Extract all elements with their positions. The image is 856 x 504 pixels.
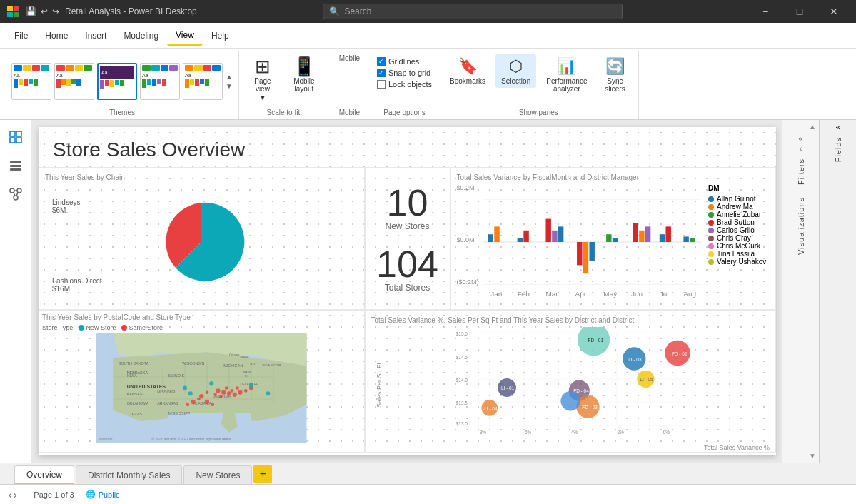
themes-up-arrow[interactable]: ▲ (226, 73, 233, 81)
svg-rect-27 (577, 242, 582, 265)
snap-to-grid-checkbox[interactable]: ✓ Snap to grid (377, 69, 432, 77)
bar-chart-title: Total Sales Variance by FiscalMonth and … (457, 173, 770, 181)
public-badge: 🌐 Public (86, 490, 120, 499)
filters-label[interactable]: Filters (797, 158, 805, 185)
map-visual[interactable]: SOUTH DAKOTA WISCONSIN MICHIGAN IOWA ILL… (42, 333, 361, 443)
map-legend: Store Type New Store Same Store (42, 324, 361, 331)
mobile-label: Mobile (339, 54, 360, 62)
mobile-layout-button[interactable]: 📱 Mobilelayout (286, 54, 322, 96)
svg-text:LI - 01: LI - 01 (500, 385, 514, 390)
pie-chart-title: This Year Sales by Chain (45, 173, 358, 181)
nav-prev-button[interactable]: ‹ (9, 489, 12, 500)
svg-point-13 (14, 196, 18, 200)
svg-text:$13.0: $13.0 (455, 421, 468, 426)
svg-text:MASS.: MASS. (243, 370, 251, 373)
collapse-left[interactable]: ‹ (800, 144, 802, 153)
report-title: Store Sales Overview (39, 127, 776, 167)
right-panel: ▲ « ‹ Filters Visualizations ▼ (782, 120, 819, 463)
theme-3-selected[interactable]: Aa (97, 63, 137, 100)
theme-2[interactable]: Aa (54, 63, 94, 100)
gridlines-checkbox[interactable]: ✓ Gridlines (377, 57, 432, 66)
sidebar-data-icon[interactable] (4, 154, 27, 177)
close-button[interactable]: ✕ (817, 0, 850, 23)
minimize-button[interactable]: − (749, 0, 782, 23)
selection-button[interactable]: ⬡ Selection (495, 54, 536, 88)
svg-rect-10 (10, 168, 21, 171)
redo-icon[interactable]: ↪ (52, 6, 59, 16)
collapse-double-left[interactable]: « (798, 134, 802, 143)
themes-down-arrow[interactable]: ▼ (226, 82, 233, 90)
theme-1[interactable]: Aa (11, 63, 51, 100)
pie-chart-svg (155, 199, 248, 285)
page-view-dropdown[interactable]: ▼ (259, 94, 266, 101)
undo-icon[interactable]: ↩ (41, 6, 48, 16)
svg-text:FD - 03: FD - 03 (582, 405, 598, 410)
bookmarks-button[interactable]: 🔖 Bookmarks (444, 54, 491, 88)
pie-chart-panel: This Year Sales by Chain Lindseys$6M Fas… (39, 167, 365, 310)
scroll-up-arrow[interactable]: ▲ (809, 123, 816, 131)
report-page: Store Sales Overview This Year Sales by … (39, 127, 776, 455)
page-number: Page 1 of 3 (34, 490, 74, 499)
menu-view[interactable]: View (167, 26, 203, 46)
svg-rect-36 (665, 226, 670, 242)
fields-collapse-btn[interactable]: « (835, 123, 840, 131)
sidebar-report-icon[interactable] (4, 126, 27, 148)
divider-1 (790, 191, 812, 191)
sync-slicers-button[interactable]: 🔄 Syncslicers (597, 54, 633, 96)
scatter-svg: $15.0 $14.5 $14.0 $13.5 $13.0 -8% -6% -4… (383, 327, 770, 443)
page-options-label: Page options (377, 109, 432, 119)
search-bar[interactable]: 🔍 Search (323, 4, 623, 19)
svg-point-76 (233, 393, 237, 397)
mobile-layout-label: Mobilelayout (293, 77, 314, 93)
new-stores-label: New Stores (385, 221, 429, 231)
menu-help[interactable]: Help (203, 26, 238, 45)
svg-text:ILLINOIS: ILLINOIS (168, 373, 185, 378)
bar-chart-legend: DM Allan Guinot Andrew Ma Annelie Zubar … (705, 184, 770, 300)
scroll-down-arrow[interactable]: ▼ (809, 452, 816, 460)
nav-next-button[interactable]: › (14, 489, 17, 500)
menu-home[interactable]: Home (36, 26, 76, 45)
maximize-button[interactable]: □ (783, 0, 816, 23)
bookmarks-icon: 🔖 (458, 57, 478, 76)
public-icon: 🌐 (86, 490, 96, 499)
performance-label: Performanceanalyzer (546, 77, 587, 93)
menu-file[interactable]: File (6, 26, 36, 45)
sidebar-model-icon[interactable] (4, 183, 27, 206)
svg-text:FD - 01: FD - 01 (588, 338, 603, 343)
save-icon[interactable]: 💾 (26, 6, 36, 16)
tab-district-monthly[interactable]: District Monthly Sales (76, 465, 182, 484)
themes-group: Aa Aa (11, 51, 233, 109)
legend-item-1: Andrew Ma (708, 203, 770, 211)
svg-text:UNITED STATES: UNITED STATES (127, 384, 166, 389)
pie-label-lindseys: Lindseys$6M (52, 198, 80, 214)
tab-add-button[interactable]: + (253, 465, 272, 483)
performance-icon: 📊 (557, 57, 576, 76)
theme-4[interactable]: Aa (140, 63, 180, 100)
tab-overview[interactable]: Overview (14, 465, 74, 484)
svg-rect-33 (639, 231, 644, 242)
app-icon (6, 4, 20, 19)
svg-text:-2%: -2% (615, 430, 624, 435)
menu-modeling[interactable]: Modeling (115, 26, 167, 45)
svg-rect-20 (488, 234, 493, 242)
svg-text:-8%: -8% (478, 430, 486, 435)
menu-insert[interactable]: Insert (76, 26, 115, 45)
theme-5[interactable]: Aa (183, 63, 223, 100)
svg-rect-25 (552, 231, 557, 242)
store-type-label: Store Type (42, 324, 73, 331)
selection-label: Selection (501, 77, 530, 85)
performance-analyzer-button[interactable]: 📊 Performanceanalyzer (540, 54, 593, 96)
lock-objects-checkbox[interactable]: Lock objects (377, 80, 432, 89)
pie-label-fashions: Fashions Direct$16M (52, 277, 101, 293)
visualizations-label[interactable]: Visualizations (797, 197, 805, 255)
tab-new-stores[interactable]: New Stores (183, 465, 252, 484)
svg-point-90 (249, 383, 253, 388)
title-bar-left: 💾 ↩ ↪ Retail Analysis - Power BI Desktop (6, 4, 197, 19)
svg-text:MISSISSIPPI: MISSISSIPPI (168, 411, 191, 415)
svg-text:TEXAS: TEXAS (130, 412, 143, 416)
sync-slicers-icon: 🔄 (605, 57, 625, 76)
page-view-button[interactable]: ⊞ Pageview ▼ (245, 54, 281, 104)
fields-label[interactable]: Fields (832, 134, 844, 165)
svg-point-80 (244, 389, 248, 393)
tab-bar: Overview District Monthly Sales New Stor… (0, 463, 856, 484)
